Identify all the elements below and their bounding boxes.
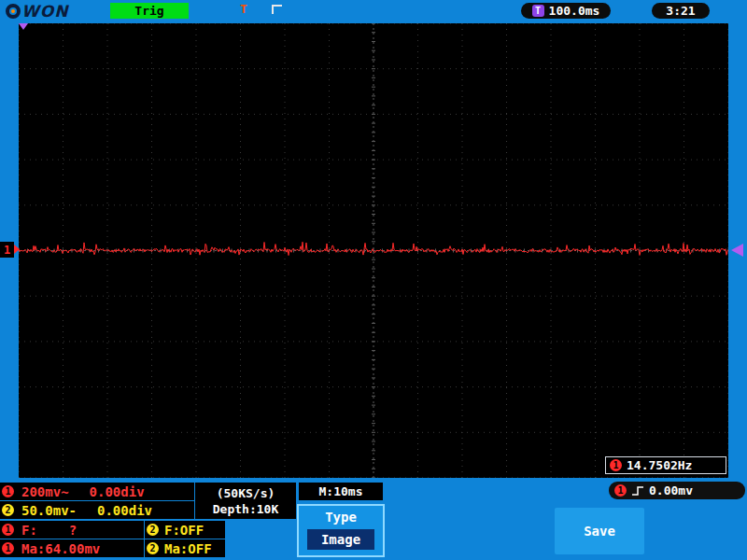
ch1-offset: 0.00div xyxy=(90,484,145,499)
ch1-freq-value: ? xyxy=(69,523,77,538)
ch1-max-measure: 1 Ma:64.00mv xyxy=(0,539,144,557)
ch1-scale-readout: 1 200mv~ 0.00div xyxy=(0,483,194,500)
clock: 3:21 xyxy=(652,3,710,19)
trigger-level-readout: 1 0.00mv xyxy=(609,482,745,499)
ch2-badge: 2 xyxy=(147,524,159,536)
main-timebase-readout: M:10ms xyxy=(299,483,383,500)
ch2-scale: 50.0mv- xyxy=(21,503,77,518)
trigger-offscreen-marker-icon xyxy=(19,23,28,30)
sample-rate: (50KS/s) xyxy=(217,485,275,501)
type-menu-button[interactable]: Type Image xyxy=(297,504,385,557)
delay-ruler-tick-icon xyxy=(272,5,282,14)
ch2-offset: 0.00div xyxy=(97,503,152,518)
memory-depth: Depth:10K xyxy=(213,501,278,517)
ch1-badge: 1 xyxy=(614,484,627,497)
trigger-level-value: 0.00mv xyxy=(649,483,693,497)
waveform-display xyxy=(19,23,728,478)
ch1-freq-measure: 1 F: ? xyxy=(0,521,144,539)
ch2-badge: 2 xyxy=(2,504,14,516)
owon-logo: WON xyxy=(6,2,68,21)
trigger-level-arrow-icon xyxy=(731,244,743,257)
freq-readout: 1 14.7502Hz xyxy=(605,456,726,474)
timebase-value: 100.0ms xyxy=(549,4,600,18)
save-button[interactable]: Save xyxy=(555,508,644,554)
trigger-status-badge: Trig xyxy=(110,3,189,19)
timebase-readout: T 100.0ms xyxy=(521,3,611,19)
ch2-max-measure: 2 Ma:OFF xyxy=(145,539,225,557)
trigger-t-icon: T xyxy=(532,5,544,17)
oscilloscope-screen: WON Trig T T 100.0ms 3:21 1 1 14.7502Hz … xyxy=(0,0,747,560)
ch2-scale-readout: 2 50.0mv- 0.00div xyxy=(0,501,194,519)
trigger-position-marker: T xyxy=(240,2,247,16)
ch1-arrow-icon xyxy=(14,245,20,254)
ch1-badge: 1 xyxy=(610,459,622,471)
owon-logo-text: WON xyxy=(21,2,68,21)
ch1-badge: 1 xyxy=(2,485,14,497)
main-timebase-value: M:10ms xyxy=(319,484,363,498)
ch2-freq-measure: 2 F:OFF xyxy=(145,521,225,539)
freq-value: 14.7502Hz xyxy=(627,458,692,472)
ch1-level-marker: 1 xyxy=(0,242,14,258)
ch1-max-value: Ma:64.00mv xyxy=(21,541,100,556)
ch2-badge: 2 xyxy=(147,542,159,554)
type-value-image[interactable]: Image xyxy=(307,529,374,550)
ch1-badge: 1 xyxy=(2,524,14,536)
rising-edge-icon xyxy=(631,485,644,497)
ch1-freq-label: F: xyxy=(21,523,37,538)
ch2-freq-label: F:OFF xyxy=(164,523,204,538)
ch1-scale: 200mv~ xyxy=(21,484,69,499)
acquisition-readout: (50KS/s) Depth:10K xyxy=(195,483,296,519)
owon-logo-o-icon xyxy=(6,4,21,19)
ch1-level-marker-label: 1 xyxy=(4,244,10,257)
ch2-max-value: Ma:OFF xyxy=(164,541,212,556)
type-label: Type xyxy=(299,510,383,525)
ch1-badge: 1 xyxy=(2,542,14,554)
